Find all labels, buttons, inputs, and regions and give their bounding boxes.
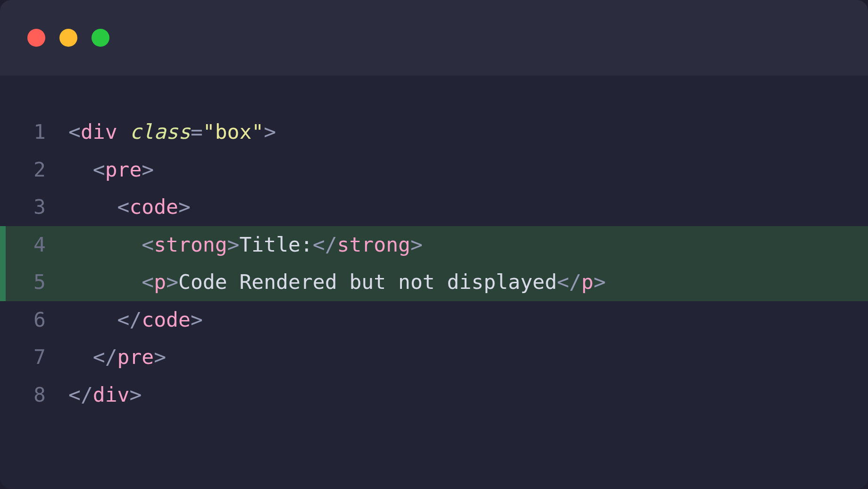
close-icon[interactable] <box>27 29 45 47</box>
code-line[interactable]: 1<div class="box"> <box>0 113 868 151</box>
line-number: 1 <box>0 113 68 151</box>
line-number: 4 <box>0 226 68 264</box>
line-number: 6 <box>0 301 68 339</box>
code-editor[interactable]: 1<div class="box">2 <pre>3 <code>4 <stro… <box>0 76 868 413</box>
line-number: 5 <box>0 263 68 301</box>
code-content[interactable]: </div> <box>68 376 142 414</box>
line-number: 3 <box>0 188 68 226</box>
code-content[interactable]: <strong>Title:</strong> <box>68 226 423 264</box>
code-line[interactable]: 8</div> <box>0 376 868 414</box>
code-content[interactable]: <code> <box>68 188 191 226</box>
code-line[interactable]: 3 <code> <box>0 188 868 226</box>
code-content[interactable]: <p>Code Rendered but not displayed</p> <box>68 263 606 301</box>
code-line[interactable]: 7 </pre> <box>0 338 868 376</box>
code-content[interactable]: </code> <box>68 301 203 339</box>
minimize-icon[interactable] <box>59 29 77 47</box>
line-number: 8 <box>0 376 68 414</box>
line-number: 2 <box>0 151 68 189</box>
code-line[interactable]: 6 </code> <box>0 301 868 339</box>
window-titlebar <box>0 0 868 76</box>
code-content[interactable]: <pre> <box>68 151 154 189</box>
editor-window: 1<div class="box">2 <pre>3 <code>4 <stro… <box>0 0 868 489</box>
code-line[interactable]: 5 <p>Code Rendered but not displayed</p> <box>0 263 868 301</box>
code-line[interactable]: 2 <pre> <box>0 151 868 189</box>
code-content[interactable]: <div class="box"> <box>68 113 276 151</box>
code-content[interactable]: </pre> <box>68 338 166 376</box>
maximize-icon[interactable] <box>92 29 109 47</box>
code-line[interactable]: 4 <strong>Title:</strong> <box>0 226 868 264</box>
line-number: 7 <box>0 338 68 376</box>
